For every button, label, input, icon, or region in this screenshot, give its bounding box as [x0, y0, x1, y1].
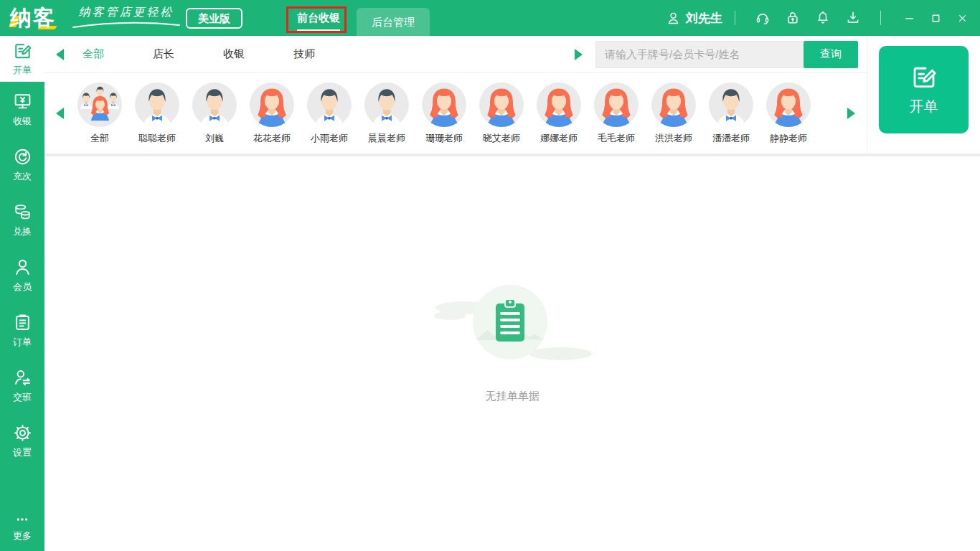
member-search-input[interactable] — [595, 41, 804, 68]
download-icon[interactable] — [845, 10, 861, 26]
male-avatar — [709, 83, 753, 127]
role-tabs: 全部店长收银技师 — [83, 47, 315, 61]
current-user[interactable]: 刘先生 — [666, 10, 722, 27]
close-button[interactable] — [951, 7, 973, 29]
staff-name: 聪聪老师 — [138, 132, 176, 145]
pending-orders-area: 无挂单单据 — [44, 156, 980, 551]
staff-item[interactable]: 刘巍 — [186, 83, 243, 145]
open-bill-label: 开单 — [910, 97, 938, 116]
staff-item[interactable]: 潘潘老师 — [702, 83, 760, 145]
staff-item[interactable]: 小雨老师 — [301, 83, 358, 145]
app-header: 纳客 纳客管店更轻松 美业版 前台收银 后台管理 刘先生 — [0, 0, 980, 36]
female-avatar — [766, 83, 811, 127]
app-logo: 纳客 — [10, 6, 56, 30]
sidebar-item-label: 交班 — [13, 391, 32, 404]
tab-back-management[interactable]: 后台管理 — [357, 8, 430, 36]
bill-icon — [910, 63, 938, 90]
sidebar-item-settings[interactable]: 设置 — [0, 413, 44, 468]
staff-item[interactable]: 聪聪老师 — [128, 83, 186, 145]
edition-badge-button[interactable]: 美业版 — [186, 8, 242, 29]
sidebar-item-recharge[interactable]: 充次 — [0, 137, 44, 192]
staff-scroll-right-arrow[interactable] — [847, 108, 855, 119]
header-divider — [880, 11, 881, 25]
main-nav-tabs: 前台收银 后台管理 — [290, 0, 430, 36]
sidebar-item-order[interactable]: 订单 — [0, 303, 44, 358]
role-tab-2[interactable]: 收银 — [223, 47, 245, 61]
maximize-icon — [930, 12, 942, 24]
role-tab-1[interactable]: 店长 — [153, 47, 174, 61]
minimize-button[interactable] — [898, 7, 920, 29]
female-avatar — [594, 83, 639, 127]
staff-name: 娜娜老师 — [540, 132, 578, 145]
sidebar-item-cashier[interactable]: 收银 — [0, 82, 44, 137]
staff-name: 洪洪老师 — [655, 132, 692, 145]
male-avatar — [307, 83, 352, 127]
staff-name: 静静老师 — [770, 132, 807, 145]
sidebar-item-label: 兑换 — [13, 225, 32, 238]
staff-item[interactable]: 毛毛老师 — [588, 83, 645, 145]
open-bill-button[interactable]: 开单 — [879, 46, 969, 133]
sidebar-item-bill[interactable]: 开单 — [0, 36, 44, 82]
staff-item[interactable]: 静静老师 — [760, 83, 817, 145]
exchange-icon — [13, 202, 32, 222]
female-avatar — [479, 83, 524, 127]
staff-name: 潘潘老师 — [712, 132, 750, 145]
roles-scroll-left-arrow[interactable] — [56, 49, 64, 60]
staff-item-all[interactable]: 全部 — [71, 83, 128, 145]
sidebar: 开单 收银 充次 兑换 会员 订单 交班 设置 更多 — [0, 36, 44, 551]
staff-item[interactable]: 洪洪老师 — [645, 83, 702, 145]
logo-text: 纳客 — [10, 6, 56, 30]
staff-name: 毛毛老师 — [598, 132, 635, 145]
minimize-icon — [903, 12, 915, 24]
sidebar-item-exchange[interactable]: 兑换 — [0, 192, 44, 248]
staff-name: 晓艾老师 — [483, 132, 520, 145]
sidebar-item-label: 订单 — [13, 336, 32, 349]
staff-item[interactable]: 晓艾老师 — [473, 83, 530, 145]
male-avatar — [192, 83, 237, 127]
lock-icon[interactable] — [785, 10, 801, 26]
close-icon — [956, 12, 969, 24]
role-tab-3[interactable]: 技师 — [293, 47, 315, 61]
staff-name: 珊珊老师 — [425, 132, 463, 145]
staff-name: 全部 — [90, 132, 109, 145]
headset-icon[interactable] — [755, 10, 771, 26]
empty-clipboard-illustration — [430, 272, 595, 380]
sidebar-item-label: 充次 — [13, 170, 32, 183]
user-icon — [666, 11, 681, 26]
sidebar-item-more[interactable]: 更多 — [0, 504, 44, 551]
sidebar-item-label: 开单 — [13, 64, 32, 77]
empty-state: 无挂单单据 — [430, 272, 595, 403]
maximize-button[interactable] — [925, 7, 946, 29]
cashier-icon — [13, 92, 32, 111]
empty-state-text: 无挂单单据 — [486, 390, 540, 403]
staff-item[interactable]: 花花老师 — [243, 83, 301, 145]
role-tab-0[interactable]: 全部 — [83, 47, 104, 61]
more-icon — [11, 513, 33, 526]
staff-list: 全部 聪聪老师 刘巍 花花老师 小雨老师 晨 — [71, 83, 817, 145]
female-avatar — [250, 83, 294, 127]
sidebar-item-member[interactable]: 会员 — [0, 248, 44, 303]
staff-carousel: 全部 聪聪老师 刘巍 花花老师 小雨老师 晨 — [44, 73, 867, 154]
female-avatar — [537, 83, 581, 127]
bill-icon — [13, 41, 32, 60]
staff-item[interactable]: 珊珊老师 — [415, 83, 473, 145]
header-tool-icons — [748, 10, 868, 26]
user-name: 刘先生 — [686, 10, 722, 27]
female-avatar — [422, 83, 466, 127]
window-controls — [893, 7, 973, 29]
sidebar-item-shift[interactable]: 交班 — [0, 358, 44, 413]
bell-icon[interactable] — [815, 10, 831, 26]
roles-scroll-right-arrow[interactable] — [575, 49, 583, 60]
sidebar-item-label: 收银 — [13, 115, 32, 128]
content-area: 全部店长收银技师 查询 — [44, 36, 980, 551]
search-button[interactable]: 查询 — [804, 41, 858, 68]
shift-icon — [13, 368, 32, 387]
sidebar-item-label: 会员 — [13, 281, 32, 293]
staff-scroll-left-arrow[interactable] — [56, 108, 64, 119]
quick-action-panel: 开单 — [867, 36, 980, 154]
tab-front-cashier[interactable]: 前台收银 — [290, 0, 347, 36]
staff-item[interactable]: 晨晨老师 — [358, 83, 415, 145]
staff-item[interactable]: 娜娜老师 — [530, 83, 588, 145]
male-avatar — [135, 83, 179, 127]
search-group: 查询 — [595, 41, 858, 68]
